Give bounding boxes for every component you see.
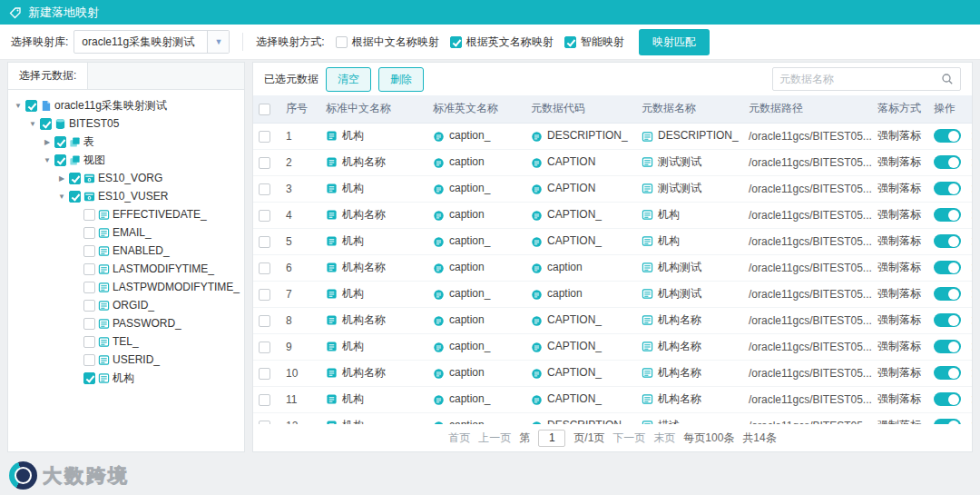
match-button[interactable]: 映射匹配	[639, 29, 710, 55]
select-all-checkbox[interactable]	[259, 104, 270, 115]
row-checkbox[interactable]	[259, 289, 270, 301]
mapping-toggle[interactable]	[934, 155, 961, 169]
remove-icon[interactable]: ✕	[970, 234, 972, 249]
tree-node[interactable]: ▼ES10_VUSER	[12, 187, 240, 205]
tree-node[interactable]: ▼oracle11g采集映射测试	[12, 96, 240, 114]
caret-down-icon[interactable]: ▼	[28, 120, 37, 128]
method-checkbox[interactable]	[336, 36, 348, 48]
page-first[interactable]: 首页	[448, 431, 470, 446]
row-checkbox[interactable]	[259, 131, 270, 143]
remove-icon[interactable]: ✕	[970, 182, 972, 196]
tree-node[interactable]: ENABLED_	[12, 242, 240, 260]
row-checkbox[interactable]	[259, 236, 270, 248]
row-checkbox[interactable]	[259, 368, 270, 380]
clear-button[interactable]: 清空	[326, 67, 371, 92]
tree-node-checkbox[interactable]	[83, 263, 95, 275]
tab-select-metadata[interactable]: 选择元数据:	[8, 63, 88, 89]
mapping-toggle[interactable]	[934, 182, 961, 195]
chevron-down-icon[interactable]: ▼	[207, 31, 229, 53]
table-row: 2机构名称captionCAPTION测试测试/oracle11gcs/BITE…	[253, 149, 972, 175]
code-icon	[531, 157, 543, 169]
row-checkbox[interactable]	[259, 342, 270, 353]
page-next[interactable]: 下一页	[612, 431, 645, 446]
remove-icon[interactable]: ✕	[970, 261, 972, 275]
tree-node[interactable]: LASTPWDMODIFYTIME_	[12, 278, 240, 296]
mapping-toggle[interactable]	[934, 287, 961, 301]
tree-node-checkbox[interactable]	[69, 173, 81, 184]
tree-node-checkbox[interactable]	[25, 100, 37, 112]
page-input[interactable]	[538, 430, 565, 447]
remove-icon[interactable]: ✕	[970, 287, 972, 302]
tree-node[interactable]: ▼视图	[12, 151, 240, 169]
method-checkbox-1[interactable]: 根据中文名称映射	[336, 35, 439, 50]
tree-node[interactable]: ▶表	[12, 133, 240, 151]
method-checkbox[interactable]	[564, 36, 576, 48]
tree-node-checkbox[interactable]	[83, 282, 95, 293]
method-checkbox-2[interactable]: 根据英文名称映射	[450, 35, 554, 50]
tree-node-checkbox[interactable]	[83, 227, 95, 239]
caret-right-icon[interactable]: ▶	[43, 138, 52, 146]
tree-node-checkbox[interactable]	[40, 118, 52, 130]
tree-node-checkbox[interactable]	[83, 300, 95, 312]
tree-node[interactable]: ORGID_	[12, 296, 240, 314]
tree-node[interactable]: ▶ES10_VORG	[12, 169, 240, 187]
row-checkbox[interactable]	[259, 183, 270, 195]
mapping-toggle[interactable]	[934, 234, 961, 248]
method-checkbox-3[interactable]: 智能映射	[564, 35, 624, 50]
caret-down-icon[interactable]: ▼	[14, 102, 23, 110]
divider	[242, 33, 243, 51]
name-icon	[642, 314, 653, 326]
remove-icon[interactable]: ✕	[970, 155, 972, 170]
mapping-toggle[interactable]	[934, 129, 961, 143]
mapping-toggle[interactable]	[934, 313, 961, 327]
row-checkbox[interactable]	[259, 315, 270, 327]
tree-node[interactable]: ▼BITEST05	[12, 114, 240, 133]
row-checkbox[interactable]	[259, 394, 270, 406]
tree-node[interactable]: 机构	[12, 369, 240, 387]
caret-down-icon[interactable]: ▼	[57, 193, 66, 201]
caret-down-icon[interactable]: ▼	[43, 156, 52, 164]
mapping-toggle[interactable]	[934, 419, 961, 424]
mapping-toggle[interactable]	[934, 392, 961, 406]
tree-node[interactable]: EFFECTIVEDATE_	[12, 205, 240, 223]
tree-node-checkbox[interactable]	[54, 154, 66, 166]
search-icon[interactable]	[941, 73, 954, 85]
tree-node-checkbox[interactable]	[54, 136, 66, 148]
delete-button[interactable]: 删除	[378, 67, 424, 92]
remove-icon[interactable]: ✕	[970, 340, 972, 354]
tree-node-checkbox[interactable]	[83, 318, 95, 330]
mapping-toggle[interactable]	[934, 208, 961, 222]
tree-node[interactable]: PASSWORD_	[12, 314, 240, 332]
tree-node-checkbox[interactable]	[83, 245, 95, 257]
method-checkbox-label: 智能映射	[581, 35, 624, 50]
row-checkbox[interactable]	[259, 157, 270, 169]
remove-icon[interactable]: ✕	[970, 129, 972, 144]
tree-node-checkbox[interactable]	[69, 191, 81, 203]
mapping-toggle[interactable]	[934, 366, 961, 380]
row-checkbox[interactable]	[259, 210, 270, 222]
search-input[interactable]	[779, 73, 941, 85]
name-icon	[642, 183, 653, 194]
name-icon	[642, 341, 653, 352]
row-checkbox[interactable]	[259, 421, 270, 424]
tree-node-checkbox[interactable]	[83, 209, 95, 221]
tree-node-checkbox[interactable]	[83, 336, 95, 348]
page-last[interactable]: 末页	[653, 431, 675, 446]
page-prev[interactable]: 上一页	[478, 431, 511, 446]
tree-node[interactable]: TEL_	[12, 332, 240, 351]
remove-icon[interactable]: ✕	[970, 392, 972, 407]
mapping-toggle[interactable]	[934, 340, 961, 353]
tree-node[interactable]: LASTMODIFYTIME_	[12, 260, 240, 278]
tree-node[interactable]: USERID_	[12, 351, 240, 369]
tree-node-checkbox[interactable]	[83, 372, 95, 384]
mapping-library-select[interactable]: oracle11g采集映射测试 ▼	[74, 30, 230, 54]
tree-node[interactable]: EMAIL_	[12, 223, 240, 242]
remove-icon[interactable]: ✕	[970, 313, 972, 328]
remove-icon[interactable]: ✕	[970, 366, 972, 381]
method-checkbox[interactable]	[450, 36, 462, 48]
row-checkbox[interactable]	[259, 262, 270, 274]
remove-icon[interactable]: ✕	[970, 208, 972, 223]
tree-node-checkbox[interactable]	[83, 354, 95, 366]
mapping-toggle[interactable]	[934, 261, 961, 274]
caret-right-icon[interactable]: ▶	[57, 174, 66, 183]
